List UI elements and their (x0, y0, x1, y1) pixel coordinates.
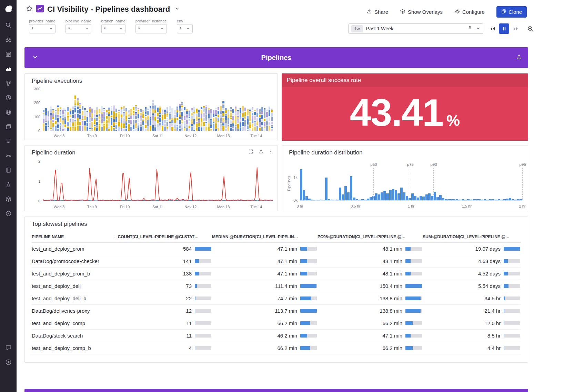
ci-icon[interactable] (0, 148, 17, 163)
bar-segment (108, 114, 110, 116)
bar-segment (167, 111, 168, 113)
executions-chart[interactable]: 0100200300 (43, 89, 273, 131)
distribution-chart[interactable]: 0k1kp50p75p90p95 (300, 168, 522, 201)
median-bar (300, 284, 317, 288)
bar-segment (244, 120, 246, 124)
bar-segment (186, 124, 188, 128)
count-value: 4 (189, 345, 192, 351)
histogram-bar (392, 189, 394, 200)
next-group-banner[interactable] (24, 389, 528, 392)
bar-segment (52, 120, 54, 122)
filter-select-branch_name[interactable]: * (101, 24, 125, 33)
bar-segment (94, 113, 95, 118)
synthetics-icon[interactable] (0, 105, 17, 119)
chat-icon[interactable] (0, 340, 17, 355)
bar-segment (108, 112, 110, 114)
time-range-picker[interactable]: 1w Past 1 Week (348, 23, 483, 34)
bar-segment (159, 115, 161, 117)
export-icon[interactable] (258, 149, 263, 154)
pin-icon[interactable] (467, 26, 473, 32)
bar-segment (147, 123, 149, 126)
share-icon (366, 9, 372, 15)
column-header[interactable]: MEDIAN:@DURATION[CI_LEVEL:PIPELIN… (212, 234, 318, 239)
bar-segment (171, 118, 173, 120)
chevron-down-icon (186, 26, 190, 31)
bar-segment (222, 111, 224, 113)
bar-segment (103, 108, 105, 109)
zoom-out-icon[interactable] (526, 24, 535, 33)
software-icon[interactable] (0, 192, 17, 206)
duration-chart[interactable]: 012 (43, 161, 273, 201)
stacked-bar (74, 96, 76, 131)
logs-icon[interactable] (0, 134, 17, 148)
success-rate-value-area[interactable]: 43.41 % (282, 87, 528, 141)
pipeline-name-cell[interactable]: DataDog/stock-search (32, 333, 114, 339)
help-icon[interactable]: ? (0, 355, 17, 369)
stacked-bar (177, 107, 178, 131)
bar-segment (237, 119, 239, 123)
time-range-chevron-down-icon[interactable] (476, 26, 480, 32)
column-header[interactable]: PC95:@DURATION[CI_LEVEL:PIPELINE @… (318, 234, 423, 239)
sidebar-nav (0, 18, 17, 221)
bar-segment (67, 127, 69, 128)
watchdog-icon[interactable] (0, 32, 17, 47)
pipeline-name-cell[interactable]: test_and_deploy_deli (32, 283, 114, 289)
bar-segment (121, 107, 122, 109)
column-header[interactable]: ↓COUNT[CI_LEVEL:PIPELINE @CI.STAT… (114, 234, 212, 239)
group-export-icon[interactable] (516, 54, 522, 61)
bar-segment (67, 118, 69, 121)
count-bar (195, 346, 211, 350)
metrics-icon[interactable] (0, 61, 17, 76)
bar-segment (174, 115, 176, 118)
favorite-star-icon[interactable] (26, 5, 33, 13)
expand-icon[interactable] (248, 149, 253, 154)
filter-select-provider_name[interactable]: * (29, 24, 56, 33)
widget-pipeline-duration: Pipeline duration 012 Wed 8Thu 9Fri 10Sa… (24, 145, 278, 211)
profiling-icon[interactable] (0, 177, 17, 192)
pipeline-name-cell[interactable]: test_and_deploy_deli_b (32, 295, 114, 301)
configure-button[interactable]: Configure (454, 9, 485, 15)
pipeline-name-cell[interactable]: test_and_deploy_comp (32, 320, 114, 326)
sum-value: 19.07 days (475, 246, 501, 252)
bar-segment (57, 124, 59, 128)
monitors-icon[interactable] (0, 90, 17, 105)
apm-icon[interactable] (0, 76, 17, 90)
column-header[interactable]: PIPELINE NAME (32, 234, 114, 239)
share-button[interactable]: Share (366, 9, 388, 15)
filter-select-env[interactable]: * (177, 24, 193, 33)
clone-icon (501, 9, 506, 15)
pipeline-name-cell[interactable]: test_and_deploy_prom (32, 246, 114, 252)
title-chevron-down-icon[interactable] (173, 6, 180, 12)
sum-bar-fill (504, 259, 508, 263)
datadog-logo[interactable] (0, 0, 17, 18)
dashboard-main: CI Visibility - Pipelines dashboard Shar… (17, 0, 584, 392)
pause-button[interactable] (499, 23, 509, 34)
stacked-bar (254, 110, 256, 131)
bar-segment (43, 123, 44, 127)
pipeline-name-cell[interactable]: test_and_deploy_prom_b (32, 271, 114, 277)
pipeline-name-cell[interactable]: test_and_deploy_comp_b (32, 345, 114, 351)
pipeline-name-cell[interactable]: DataDog/deliveries-proxy (32, 308, 114, 314)
histogram-bar (445, 199, 447, 200)
security-icon[interactable] (0, 206, 17, 221)
clone-button[interactable]: Clone (496, 6, 527, 18)
bar-segment (45, 121, 47, 122)
bar-segment (121, 109, 122, 114)
column-header[interactable]: SUM:@DURATION[CI_LEVEL:PIPELINE @… (423, 234, 521, 239)
search-icon[interactable] (0, 18, 17, 32)
integrations-icon[interactable] (0, 119, 17, 134)
filter-select-provider_instance[interactable]: * (135, 24, 167, 33)
time-backward-icon[interactable] (488, 24, 497, 33)
bar-segment (159, 126, 161, 131)
notebooks-icon[interactable] (0, 163, 17, 177)
bar-segment (191, 120, 193, 124)
kebab-menu-icon[interactable] (268, 149, 273, 154)
time-forward-icon[interactable] (511, 24, 520, 33)
show-overlays-button[interactable]: Show Overlays (400, 9, 443, 15)
template-variable-pipeline_name: pipeline_name* (66, 19, 91, 33)
events-icon[interactable] (0, 47, 17, 61)
filter-select-pipeline_name[interactable]: * (66, 24, 91, 33)
pipeline-name-cell[interactable]: DataDog/promocode-checker (32, 258, 114, 264)
stacked-bar (228, 110, 229, 131)
time-range-shortcut[interactable]: 1w (351, 25, 363, 32)
